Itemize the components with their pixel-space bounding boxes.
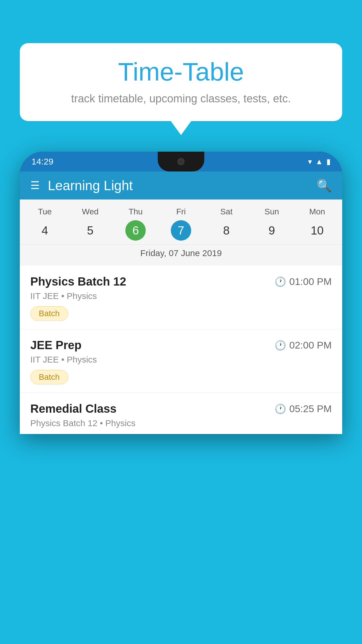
schedule-subtitle-1: IIT JEE • Physics [30, 291, 332, 301]
status-time: 14:29 [31, 157, 53, 167]
schedule-time-2: 🕐 02:00 PM [275, 340, 332, 351]
signal-icon: ▲ [315, 157, 323, 166]
search-icon[interactable]: 🔍 [317, 178, 332, 193]
day-label-sat: Sat [204, 205, 249, 219]
hamburger-icon[interactable]: ☰ [30, 179, 40, 192]
phone-wrapper: 14:29 ▾ ▲ ▮ ☰ Learning Light 🔍 Tue Wed T… [20, 152, 342, 644]
day-label-tue: Tue [22, 205, 68, 219]
notch-camera [178, 158, 184, 165]
batch-badge-2[interactable]: Batch [30, 370, 68, 384]
day-labels: Tue Wed Thu Fri Sat Sun Mon [20, 205, 342, 219]
day-4[interactable]: 4 [22, 219, 68, 242]
schedule-title-3: Remedial Class [30, 402, 117, 415]
day-label-thu: Thu [113, 205, 158, 219]
schedule-subtitle-2: IIT JEE • Physics [30, 355, 332, 365]
schedule-item-3-header: Remedial Class 🕐 05:25 PM [30, 402, 332, 415]
status-bar: 14:29 ▾ ▲ ▮ [20, 152, 342, 172]
day-9[interactable]: 9 [249, 219, 295, 242]
wifi-icon: ▾ [308, 157, 312, 166]
schedule-item-1[interactable]: Physics Batch 12 🕐 01:00 PM IIT JEE • Ph… [20, 266, 342, 329]
schedule-list: Physics Batch 12 🕐 01:00 PM IIT JEE • Ph… [20, 266, 342, 434]
schedule-time-value-2: 02:00 PM [289, 340, 332, 351]
schedule-title-2: JEE Prep [30, 339, 82, 352]
speech-bubble: Time-Table track timetable, upcoming cla… [20, 43, 342, 121]
schedule-item-2[interactable]: JEE Prep 🕐 02:00 PM IIT JEE • Physics Ba… [20, 329, 342, 393]
schedule-item-3[interactable]: Remedial Class 🕐 05:25 PM Physics Batch … [20, 393, 342, 434]
day-10[interactable]: 10 [294, 219, 340, 242]
calendar-header: Tue Wed Thu Fri Sat Sun Mon 4 5 6 7 8 9 … [20, 200, 342, 266]
schedule-time-value-3: 05:25 PM [289, 403, 332, 414]
schedule-subtitle-3: Physics Batch 12 • Physics [30, 418, 332, 428]
batch-badge-1[interactable]: Batch [30, 306, 68, 321]
schedule-time-3: 🕐 05:25 PM [275, 403, 332, 414]
day-label-fri: Fri [158, 205, 204, 219]
day-label-wed: Wed [68, 205, 113, 219]
day-numbers: 4 5 6 7 8 9 10 [20, 219, 342, 242]
app-header: ☰ Learning Light 🔍 [20, 172, 342, 200]
day-label-sun: Sun [249, 205, 295, 219]
schedule-item-2-header: JEE Prep 🕐 02:00 PM [30, 339, 332, 352]
schedule-time-value-1: 01:00 PM [289, 276, 332, 287]
schedule-item-1-header: Physics Batch 12 🕐 01:00 PM [30, 275, 332, 288]
day-label-mon: Mon [294, 205, 340, 219]
schedule-time-1: 🕐 01:00 PM [275, 276, 332, 287]
phone-frame: 14:29 ▾ ▲ ▮ ☰ Learning Light 🔍 Tue Wed T… [20, 152, 342, 434]
day-7-selected[interactable]: 7 [171, 220, 191, 241]
app-title: Learning Light [48, 178, 317, 193]
bubble-title: Time-Table [31, 58, 331, 86]
schedule-title-1: Physics Batch 12 [30, 275, 126, 288]
background: Time-Table track timetable, upcoming cla… [0, 0, 362, 644]
selected-date-label: Friday, 07 June 2019 [20, 244, 342, 263]
notch [158, 152, 204, 172]
day-6-today[interactable]: 6 [125, 220, 146, 241]
clock-icon-3: 🕐 [275, 403, 286, 414]
status-icons: ▾ ▲ ▮ [308, 157, 331, 166]
day-8[interactable]: 8 [204, 219, 249, 242]
battery-icon: ▮ [326, 157, 331, 166]
clock-icon-2: 🕐 [275, 340, 286, 351]
day-5[interactable]: 5 [68, 219, 113, 242]
clock-icon-1: 🕐 [275, 276, 286, 287]
bubble-subtitle: track timetable, upcoming classes, tests… [31, 92, 331, 105]
